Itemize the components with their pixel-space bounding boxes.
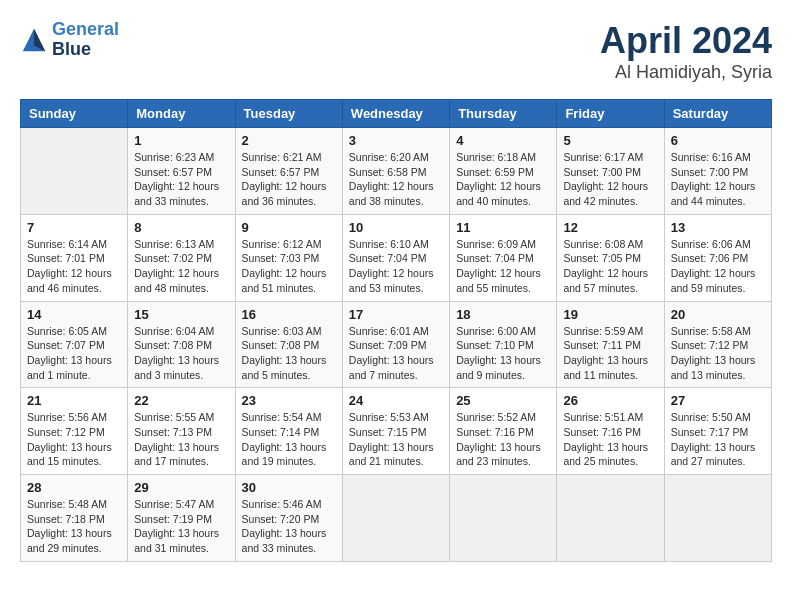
- calendar-cell: 4Sunrise: 6:18 AM Sunset: 6:59 PM Daylig…: [450, 128, 557, 215]
- calendar-cell: 18Sunrise: 6:00 AM Sunset: 7:10 PM Dayli…: [450, 301, 557, 388]
- day-info: Sunrise: 6:04 AM Sunset: 7:08 PM Dayligh…: [134, 324, 228, 383]
- day-info: Sunrise: 5:54 AM Sunset: 7:14 PM Dayligh…: [242, 410, 336, 469]
- day-info: Sunrise: 6:06 AM Sunset: 7:06 PM Dayligh…: [671, 237, 765, 296]
- calendar-cell: 3Sunrise: 6:20 AM Sunset: 6:58 PM Daylig…: [342, 128, 449, 215]
- day-info: Sunrise: 6:20 AM Sunset: 6:58 PM Dayligh…: [349, 150, 443, 209]
- calendar-cell: 24Sunrise: 5:53 AM Sunset: 7:15 PM Dayli…: [342, 388, 449, 475]
- calendar-cell: 17Sunrise: 6:01 AM Sunset: 7:09 PM Dayli…: [342, 301, 449, 388]
- day-number: 12: [563, 220, 657, 235]
- day-number: 3: [349, 133, 443, 148]
- day-number: 4: [456, 133, 550, 148]
- calendar-cell: [21, 128, 128, 215]
- day-number: 28: [27, 480, 121, 495]
- day-number: 19: [563, 307, 657, 322]
- day-info: Sunrise: 6:08 AM Sunset: 7:05 PM Dayligh…: [563, 237, 657, 296]
- logo-icon: [20, 26, 48, 54]
- day-number: 23: [242, 393, 336, 408]
- calendar-cell: 12Sunrise: 6:08 AM Sunset: 7:05 PM Dayli…: [557, 214, 664, 301]
- day-info: Sunrise: 6:09 AM Sunset: 7:04 PM Dayligh…: [456, 237, 550, 296]
- calendar-cell: 13Sunrise: 6:06 AM Sunset: 7:06 PM Dayli…: [664, 214, 771, 301]
- location-title: Al Hamidiyah, Syria: [600, 62, 772, 83]
- calendar-cell: 23Sunrise: 5:54 AM Sunset: 7:14 PM Dayli…: [235, 388, 342, 475]
- weekday-header-thursday: Thursday: [450, 100, 557, 128]
- day-info: Sunrise: 5:47 AM Sunset: 7:19 PM Dayligh…: [134, 497, 228, 556]
- page-header: General Blue April 2024 Al Hamidiyah, Sy…: [20, 20, 772, 83]
- calendar-cell: 29Sunrise: 5:47 AM Sunset: 7:19 PM Dayli…: [128, 475, 235, 562]
- day-info: Sunrise: 6:17 AM Sunset: 7:00 PM Dayligh…: [563, 150, 657, 209]
- calendar-week-row: 14Sunrise: 6:05 AM Sunset: 7:07 PM Dayli…: [21, 301, 772, 388]
- day-info: Sunrise: 6:03 AM Sunset: 7:08 PM Dayligh…: [242, 324, 336, 383]
- calendar-cell: 14Sunrise: 6:05 AM Sunset: 7:07 PM Dayli…: [21, 301, 128, 388]
- weekday-header-row: SundayMondayTuesdayWednesdayThursdayFrid…: [21, 100, 772, 128]
- day-number: 24: [349, 393, 443, 408]
- day-info: Sunrise: 6:18 AM Sunset: 6:59 PM Dayligh…: [456, 150, 550, 209]
- calendar-cell: 15Sunrise: 6:04 AM Sunset: 7:08 PM Dayli…: [128, 301, 235, 388]
- day-number: 21: [27, 393, 121, 408]
- day-number: 2: [242, 133, 336, 148]
- calendar-cell: 10Sunrise: 6:10 AM Sunset: 7:04 PM Dayli…: [342, 214, 449, 301]
- weekday-header-friday: Friday: [557, 100, 664, 128]
- calendar-cell: 28Sunrise: 5:48 AM Sunset: 7:18 PM Dayli…: [21, 475, 128, 562]
- calendar-week-row: 7Sunrise: 6:14 AM Sunset: 7:01 PM Daylig…: [21, 214, 772, 301]
- day-number: 14: [27, 307, 121, 322]
- title-block: April 2024 Al Hamidiyah, Syria: [600, 20, 772, 83]
- day-info: Sunrise: 6:12 AM Sunset: 7:03 PM Dayligh…: [242, 237, 336, 296]
- day-number: 17: [349, 307, 443, 322]
- calendar-cell: 9Sunrise: 6:12 AM Sunset: 7:03 PM Daylig…: [235, 214, 342, 301]
- day-number: 20: [671, 307, 765, 322]
- calendar-week-row: 28Sunrise: 5:48 AM Sunset: 7:18 PM Dayli…: [21, 475, 772, 562]
- calendar-cell: 16Sunrise: 6:03 AM Sunset: 7:08 PM Dayli…: [235, 301, 342, 388]
- day-number: 7: [27, 220, 121, 235]
- day-info: Sunrise: 6:05 AM Sunset: 7:07 PM Dayligh…: [27, 324, 121, 383]
- calendar-cell: 25Sunrise: 5:52 AM Sunset: 7:16 PM Dayli…: [450, 388, 557, 475]
- calendar-cell: 21Sunrise: 5:56 AM Sunset: 7:12 PM Dayli…: [21, 388, 128, 475]
- day-info: Sunrise: 6:00 AM Sunset: 7:10 PM Dayligh…: [456, 324, 550, 383]
- day-number: 10: [349, 220, 443, 235]
- calendar-cell: 22Sunrise: 5:55 AM Sunset: 7:13 PM Dayli…: [128, 388, 235, 475]
- day-number: 29: [134, 480, 228, 495]
- calendar-cell: 1Sunrise: 6:23 AM Sunset: 6:57 PM Daylig…: [128, 128, 235, 215]
- weekday-header-monday: Monday: [128, 100, 235, 128]
- calendar-cell: 27Sunrise: 5:50 AM Sunset: 7:17 PM Dayli…: [664, 388, 771, 475]
- day-number: 8: [134, 220, 228, 235]
- calendar-cell: 19Sunrise: 5:59 AM Sunset: 7:11 PM Dayli…: [557, 301, 664, 388]
- calendar-cell: 8Sunrise: 6:13 AM Sunset: 7:02 PM Daylig…: [128, 214, 235, 301]
- day-info: Sunrise: 5:55 AM Sunset: 7:13 PM Dayligh…: [134, 410, 228, 469]
- day-number: 5: [563, 133, 657, 148]
- calendar-cell: [450, 475, 557, 562]
- weekday-header-wednesday: Wednesday: [342, 100, 449, 128]
- day-info: Sunrise: 6:10 AM Sunset: 7:04 PM Dayligh…: [349, 237, 443, 296]
- weekday-header-sunday: Sunday: [21, 100, 128, 128]
- day-info: Sunrise: 6:13 AM Sunset: 7:02 PM Dayligh…: [134, 237, 228, 296]
- day-number: 1: [134, 133, 228, 148]
- calendar-cell: 11Sunrise: 6:09 AM Sunset: 7:04 PM Dayli…: [450, 214, 557, 301]
- day-number: 9: [242, 220, 336, 235]
- day-info: Sunrise: 6:16 AM Sunset: 7:00 PM Dayligh…: [671, 150, 765, 209]
- day-info: Sunrise: 6:21 AM Sunset: 6:57 PM Dayligh…: [242, 150, 336, 209]
- day-number: 15: [134, 307, 228, 322]
- calendar-cell: 6Sunrise: 6:16 AM Sunset: 7:00 PM Daylig…: [664, 128, 771, 215]
- day-number: 11: [456, 220, 550, 235]
- calendar-cell: 7Sunrise: 6:14 AM Sunset: 7:01 PM Daylig…: [21, 214, 128, 301]
- day-number: 26: [563, 393, 657, 408]
- day-info: Sunrise: 6:14 AM Sunset: 7:01 PM Dayligh…: [27, 237, 121, 296]
- day-info: Sunrise: 5:51 AM Sunset: 7:16 PM Dayligh…: [563, 410, 657, 469]
- day-number: 30: [242, 480, 336, 495]
- day-info: Sunrise: 5:59 AM Sunset: 7:11 PM Dayligh…: [563, 324, 657, 383]
- day-number: 25: [456, 393, 550, 408]
- day-info: Sunrise: 6:01 AM Sunset: 7:09 PM Dayligh…: [349, 324, 443, 383]
- calendar-week-row: 1Sunrise: 6:23 AM Sunset: 6:57 PM Daylig…: [21, 128, 772, 215]
- logo: General Blue: [20, 20, 119, 60]
- calendar-cell: 26Sunrise: 5:51 AM Sunset: 7:16 PM Dayli…: [557, 388, 664, 475]
- calendar-cell: 30Sunrise: 5:46 AM Sunset: 7:20 PM Dayli…: [235, 475, 342, 562]
- day-number: 22: [134, 393, 228, 408]
- calendar-cell: [664, 475, 771, 562]
- weekday-header-saturday: Saturday: [664, 100, 771, 128]
- calendar-week-row: 21Sunrise: 5:56 AM Sunset: 7:12 PM Dayli…: [21, 388, 772, 475]
- weekday-header-tuesday: Tuesday: [235, 100, 342, 128]
- day-number: 6: [671, 133, 765, 148]
- calendar-cell: 2Sunrise: 6:21 AM Sunset: 6:57 PM Daylig…: [235, 128, 342, 215]
- day-number: 18: [456, 307, 550, 322]
- calendar-cell: 5Sunrise: 6:17 AM Sunset: 7:00 PM Daylig…: [557, 128, 664, 215]
- calendar-cell: [557, 475, 664, 562]
